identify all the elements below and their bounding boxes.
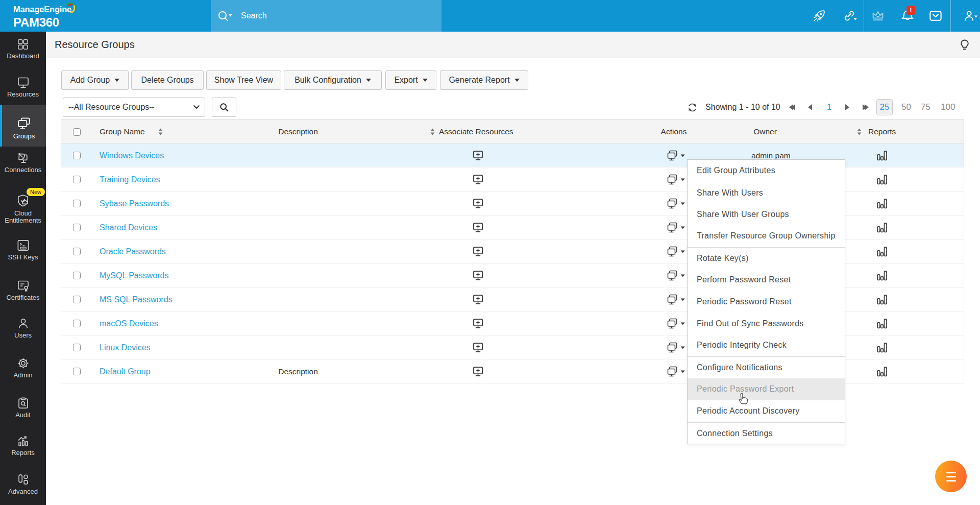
svg-text:SSH: SSH	[21, 247, 25, 249]
